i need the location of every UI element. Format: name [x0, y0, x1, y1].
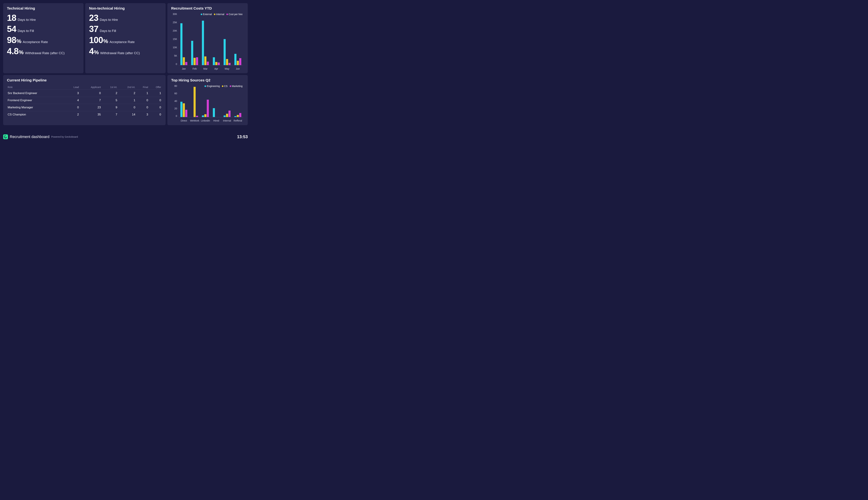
chart-plot — [179, 85, 243, 117]
stat-label: Withdrawal Rate (after CC) — [100, 51, 140, 55]
bar — [226, 114, 228, 117]
table-cell: CS Champion — [7, 111, 67, 118]
x-tick: Mar — [200, 67, 211, 70]
table-cell: Frontend Engineer — [7, 97, 67, 104]
y-tick: 40 — [171, 100, 178, 102]
bar — [191, 41, 193, 65]
table-cell: 7 — [80, 97, 101, 104]
stat-row: 98%Acceptance Rate — [7, 35, 80, 45]
sources-card: Top Hiring Sources Q2 EngineeringCSMarke… — [167, 75, 248, 125]
bar — [180, 102, 182, 117]
nontechnical-hiring-card: Non-technical Hiring 23Days to Hire37Day… — [85, 3, 165, 73]
legend-item: Marketing — [230, 85, 242, 88]
table-cell: 1 — [149, 90, 162, 97]
stat-unit: % — [94, 49, 99, 56]
stat-row: 4%Withdrawal Rate (after CC) — [89, 46, 162, 56]
bar — [215, 62, 217, 65]
stat-row: 100%Acceptance Rate — [89, 35, 162, 45]
x-tick: Refferal — [232, 119, 243, 122]
legend-dot-icon — [222, 86, 224, 87]
table-cell: 9 — [102, 104, 118, 111]
x-tick: Apr — [211, 67, 222, 70]
table-cell: 0 — [67, 104, 80, 111]
table-row: Frontend Engineer475100 — [7, 97, 162, 104]
x-tick: Internal — [222, 119, 232, 122]
table-row: Marketing Manager0239000 — [7, 104, 162, 111]
bar — [202, 21, 204, 65]
stat-number: 23 — [89, 13, 99, 23]
stat-label: Days to Hire — [100, 18, 118, 22]
chart-legend: ExternalInternalCost per hire — [201, 13, 242, 16]
table-cell: 3 — [136, 111, 149, 118]
y-axis: 30K25K20K15K10K5K0 — [171, 13, 178, 65]
bar — [194, 58, 196, 65]
card-title: Current Hiring Pipeline — [7, 78, 162, 82]
stat-unit: % — [16, 38, 21, 44]
stat-label: Days to Hire — [18, 18, 36, 22]
bar-group — [200, 13, 211, 65]
stat-number: 37 — [89, 24, 99, 34]
bar-group — [211, 85, 222, 117]
costs-card: Recruitment Costs YTD ExternalInternalCo… — [167, 3, 248, 73]
table-header: Role — [7, 85, 67, 90]
bar — [237, 115, 239, 117]
bar — [204, 56, 206, 65]
table-cell: 1 — [118, 97, 136, 104]
bar — [185, 62, 187, 65]
table-header: Offer — [149, 85, 162, 90]
bar-group — [189, 13, 200, 65]
bar — [183, 57, 185, 65]
table-cell: 5 — [102, 97, 118, 104]
costs-chart: ExternalInternalCost per hire 30K25K20K1… — [171, 13, 244, 70]
table-cell: 3 — [67, 90, 80, 97]
stat-number: 18 — [7, 13, 16, 23]
stat-row: 4.8%Withdrawal Rate (after CC) — [7, 46, 80, 56]
table-row: CS Champion23571430 — [7, 111, 162, 118]
bar — [213, 57, 215, 65]
legend-dot-icon — [214, 13, 215, 15]
geckoboard-logo-icon — [3, 134, 8, 139]
x-tick: LinkedIn — [200, 119, 211, 122]
bar — [213, 108, 215, 117]
bar — [185, 110, 187, 117]
table-cell: 2 — [118, 90, 136, 97]
stat-label: Days to Fill — [18, 29, 34, 33]
y-tick: 15K — [171, 38, 178, 40]
y-tick: 30K — [171, 13, 178, 15]
bar — [207, 100, 209, 117]
card-title: Recruitment Costs YTD — [171, 6, 244, 10]
bar-group — [222, 13, 232, 65]
chart-plot — [179, 13, 243, 65]
bar — [228, 63, 230, 65]
y-tick: 60 — [171, 92, 178, 95]
pipeline-table: RoleLeadApplicant1st int.2nd int.FinalOf… — [7, 85, 162, 118]
dashboard-title: Recruitment dashboard — [10, 135, 49, 139]
bar-group — [222, 85, 232, 117]
sources-chart: EngineeringCSMarketing 806040200 DirectW… — [171, 85, 244, 122]
y-tick: 0 — [171, 63, 178, 65]
y-tick: 20 — [171, 107, 178, 110]
stat-label: Acceptance Rate — [110, 40, 135, 44]
bar-group — [232, 13, 243, 65]
x-tick: May — [222, 67, 232, 70]
y-axis: 806040200 — [171, 85, 178, 117]
legend-dot-icon — [201, 13, 202, 15]
table-cell: Marketing Manager — [7, 104, 67, 111]
table-cell: 7 — [102, 111, 118, 118]
bar — [239, 113, 241, 117]
bar — [237, 61, 239, 65]
table-cell: 14 — [118, 111, 136, 118]
stat-label: Days to Fill — [100, 29, 116, 33]
bar — [224, 115, 226, 117]
bar-group — [189, 85, 200, 117]
bar — [228, 111, 230, 117]
y-tick: 80 — [171, 85, 178, 87]
stat-row: 18Days to Hire — [7, 13, 80, 23]
y-tick: 5K — [171, 55, 178, 57]
table-cell: 0 — [149, 111, 162, 118]
stat-row: 54Days to Fill — [7, 24, 80, 34]
bar — [204, 114, 206, 117]
x-tick: Feb — [189, 67, 200, 70]
legend-dot-icon — [205, 86, 206, 87]
stat-number: 4 — [89, 46, 94, 56]
